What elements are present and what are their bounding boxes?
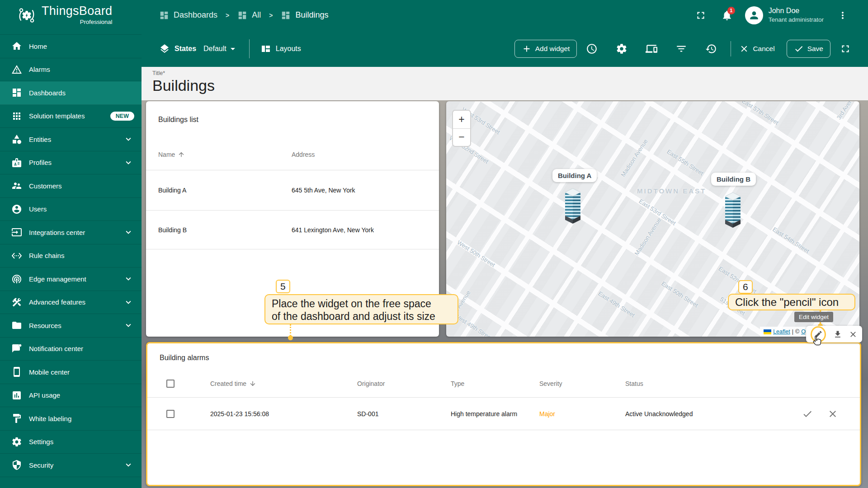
building-alarms-widget: Building alarms Created time Originator …	[146, 342, 861, 486]
phone-icon	[11, 366, 22, 377]
sidebar-item-security[interactable]: Security	[0, 454, 142, 477]
toolbar-divider	[249, 39, 250, 58]
cancel-button[interactable]: Cancel	[736, 44, 778, 54]
table-row[interactable]: Building A 645 5th Ave, New York	[146, 170, 439, 211]
zoom-in-button[interactable]: +	[453, 111, 470, 128]
manage-layouts-button[interactable]	[642, 40, 660, 58]
building-marker-icon[interactable]	[725, 192, 741, 228]
account-icon	[11, 204, 22, 215]
acknowledge-icon[interactable]	[802, 408, 813, 419]
column-header-originator[interactable]: Originator	[357, 380, 451, 387]
column-header-severity[interactable]: Severity	[539, 380, 625, 387]
app-logo[interactable]: ThingsBoard Professional	[0, 0, 142, 30]
sidebar-item-customers[interactable]: Customers	[0, 174, 142, 198]
sidebar-item-alarms[interactable]: Alarms	[0, 58, 142, 82]
check-icon	[794, 44, 804, 54]
people-icon	[11, 180, 22, 191]
sidebar-item-entities[interactable]: Entities	[0, 128, 142, 151]
column-header-type[interactable]: Type	[451, 380, 539, 387]
map-marker-label[interactable]: Building A	[552, 169, 597, 182]
column-header-address[interactable]: Address	[292, 151, 428, 158]
table-row[interactable]: Building B 641 Lexington Ave, New York	[146, 211, 439, 249]
street-label: East 54th Street	[771, 226, 810, 254]
avatar[interactable]	[745, 6, 763, 24]
building-marker-icon[interactable]	[565, 188, 580, 224]
sidebar-item-users[interactable]: Users	[0, 198, 142, 221]
state-select[interactable]: Default	[203, 43, 238, 54]
sidebar: ThingsBoard Professional Home Alarms Das…	[0, 0, 142, 488]
folder-icon	[11, 320, 22, 331]
save-button[interactable]: Save	[787, 40, 830, 58]
street-label: Madison Avenue	[633, 216, 663, 257]
column-header-name[interactable]: Name	[158, 151, 292, 158]
input-icon	[11, 227, 22, 238]
sidebar-item-white-labeling[interactable]: White labeling	[0, 407, 142, 431]
layout-icon	[260, 43, 271, 54]
sidebar-item-home[interactable]: Home	[0, 35, 142, 58]
select-all-checkbox[interactable]	[166, 380, 175, 388]
breadcrumb-dashboards[interactable]: Dashboards	[159, 10, 217, 20]
dashboards-icon	[281, 10, 291, 20]
breadcrumb-all[interactable]: All	[237, 10, 261, 20]
sidebar-item-advanced-features[interactable]: Advanced features	[0, 291, 142, 314]
row-checkbox[interactable]	[166, 410, 175, 418]
fullscreen-icon	[840, 43, 851, 55]
callout-connector	[290, 324, 291, 336]
close-icon	[739, 44, 749, 54]
sidebar-item-solution-templates[interactable]: Solution templates NEW	[0, 105, 142, 128]
column-header-status[interactable]: Status	[625, 380, 788, 387]
fullscreen-icon	[695, 9, 707, 21]
leaflet-link[interactable]: Leaflet	[773, 328, 790, 335]
column-header-created-time[interactable]: Created time	[210, 380, 357, 387]
buildings-table-header: Name Address	[146, 139, 439, 170]
states-button[interactable]: States	[159, 43, 196, 54]
thingsboard-logo-icon	[16, 5, 37, 26]
dashboard-settings-button[interactable]	[613, 40, 631, 58]
map-zoom-control: + −	[452, 110, 471, 147]
callout-dot	[288, 335, 293, 340]
street-label: West 49th Street	[453, 312, 494, 337]
clear-alarm-icon[interactable]	[827, 408, 838, 419]
antenna-icon	[11, 273, 22, 284]
sidebar-item-integrations-center[interactable]: Integrations center	[0, 221, 142, 244]
filter-button[interactable]	[672, 40, 690, 58]
sidebar-item-settings[interactable]: Settings	[0, 431, 142, 454]
widget-title: Building alarms	[160, 354, 209, 362]
sidebar-item-mobile-center[interactable]: Mobile center	[0, 361, 142, 384]
sidebar-item-resources[interactable]: Resources	[0, 314, 142, 338]
sidebar-item-notification-center[interactable]: Notification center	[0, 338, 142, 361]
badge-icon	[11, 157, 22, 168]
page-title[interactable]: Buildings	[152, 77, 868, 94]
time-window-button[interactable]	[583, 40, 601, 58]
sidebar-item-api-usage[interactable]: API usage	[0, 384, 142, 408]
sidebar-item-edge-management[interactable]: Edge management	[0, 267, 142, 291]
notifications-button[interactable]: 1	[718, 6, 736, 24]
more-menu-button[interactable]	[834, 6, 852, 24]
add-widget-button[interactable]: Add widget	[514, 40, 577, 58]
sidebar-item-dashboards[interactable]: Dashboards	[0, 81, 142, 105]
alarm-row[interactable]: 2025-01-23 15:56:08 SD-001 High temperat…	[147, 398, 860, 430]
chevron-down-icon	[123, 274, 133, 284]
chevron-down-icon	[123, 297, 133, 307]
download-widget-button[interactable]	[833, 330, 842, 339]
sidebar-item-rule-chains[interactable]: Rule chains	[0, 244, 142, 268]
breadcrumb-buildings[interactable]: Buildings	[281, 10, 328, 20]
layouts-button[interactable]: Layouts	[260, 43, 301, 54]
dashboard-canvas: Buildings list Name Address Building A 6…	[142, 100, 868, 488]
chevron-down-icon	[123, 158, 133, 168]
apps-icon	[11, 111, 22, 122]
user-info[interactable]: John Doe Tenant administrator	[769, 6, 824, 23]
map-marker-label[interactable]: Building B	[711, 173, 756, 186]
title-field-label: Title*	[152, 70, 868, 76]
kebab-icon	[837, 10, 848, 21]
dashboards-icon	[237, 10, 247, 20]
fullscreen-button[interactable]	[692, 6, 710, 24]
zoom-out-button[interactable]: −	[453, 129, 470, 146]
remove-widget-button[interactable]	[849, 330, 858, 339]
version-history-button[interactable]	[702, 40, 720, 58]
sidebar-item-profiles[interactable]: Profiles	[0, 151, 142, 175]
alarms-table-header: Created time Originator Type Severity St…	[147, 370, 860, 398]
warning-icon	[11, 64, 22, 75]
expand-dashboard-button[interactable]	[836, 40, 854, 58]
ukraine-flag-icon	[764, 329, 771, 334]
